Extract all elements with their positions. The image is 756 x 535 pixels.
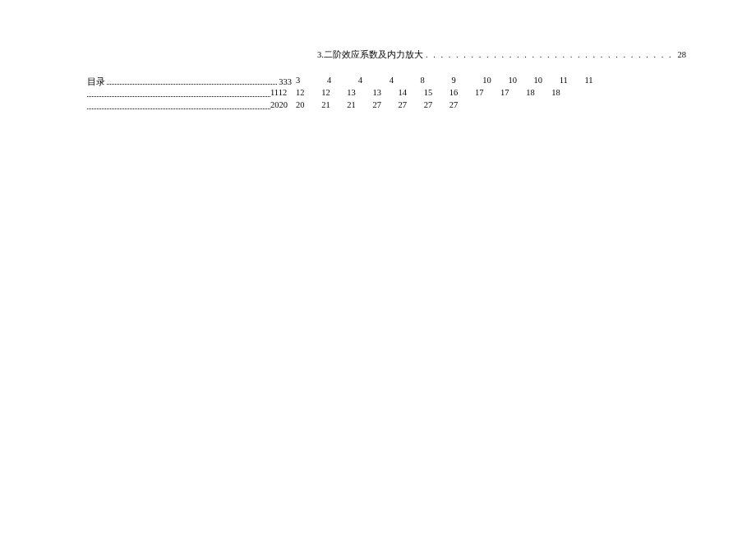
num-cell: 11 <box>584 76 592 85</box>
num-cell: 12 <box>296 88 305 97</box>
num-cell: 27 <box>424 100 433 109</box>
num-cell: 12 <box>321 88 330 97</box>
num-cell: 11 <box>560 76 568 85</box>
num-cell: 18 <box>551 88 560 97</box>
num-cell: 17 <box>500 88 509 97</box>
num-cell: 14 <box>399 88 408 97</box>
toc-heading-number: 333 <box>279 77 292 86</box>
num-cell: 4 <box>327 76 331 85</box>
toc-heading-label: 目录 <box>87 76 105 88</box>
leader-line-2 <box>87 96 270 97</box>
toc-entry-leader-dots: . . . . . . . . . . . . . . . . . . . . … <box>426 50 675 59</box>
num-cell: 21 <box>347 100 356 109</box>
num-cell: 10 <box>482 76 491 85</box>
num-cell: 9 <box>451 76 455 85</box>
row3-left-number: 2020 <box>270 100 288 109</box>
num-cell: 17 <box>475 88 484 97</box>
num-cell: 15 <box>424 88 433 97</box>
num-cell: 16 <box>449 88 459 97</box>
num-cell: 18 <box>526 88 535 97</box>
num-cell: 27 <box>372 100 381 109</box>
toc-entry-label: 3.二阶效应系数及内力放大 <box>317 49 423 61</box>
num-cell: 13 <box>372 88 381 97</box>
num-cell: 8 <box>421 76 425 85</box>
toc-entry-section-3: 3.二阶效应系数及内力放大 . . . . . . . . . . . . . … <box>317 49 686 61</box>
num-cell: 4 <box>358 76 362 85</box>
num-cell: 21 <box>321 100 330 109</box>
num-cell: 10 <box>534 76 543 85</box>
number-row-1: 3 4 4 4 8 9 10 10 10 11 11 <box>296 76 608 85</box>
num-cell: 13 <box>347 88 356 97</box>
num-cell: 10 <box>508 76 517 85</box>
num-cell: 27 <box>399 100 408 109</box>
toc-entry-page: 28 <box>678 50 687 59</box>
leader-line-3 <box>87 108 270 109</box>
toc-heading-row: 目录 333 <box>87 76 292 88</box>
row2-left-number: 1112 <box>270 88 287 97</box>
num-cell: 27 <box>449 100 459 109</box>
toc-heading-leader <box>107 84 277 85</box>
number-row-2: 12 12 13 13 14 15 16 17 17 18 18 <box>296 88 575 97</box>
number-row-3: 20 21 21 27 27 27 27 <box>296 100 472 109</box>
num-cell: 4 <box>390 76 394 85</box>
num-cell: 20 <box>296 100 305 109</box>
num-cell: 3 <box>296 76 300 85</box>
